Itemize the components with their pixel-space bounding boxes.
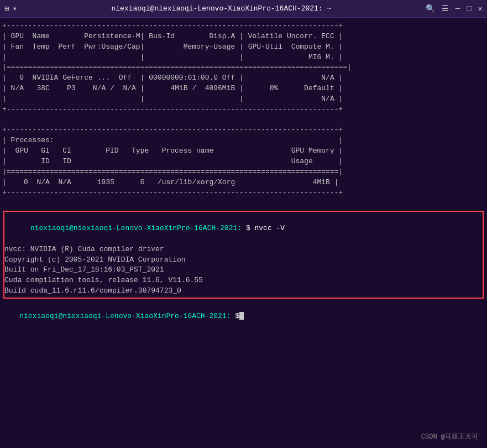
gpu-row3: | | | N/A | bbox=[2, 94, 485, 105]
maximize-button[interactable]: □ bbox=[467, 4, 471, 13]
watermark: CSDN @耳双王大可 bbox=[421, 432, 478, 441]
output-line-1: nvcc: NVIDIA (R) Cuda compiler driver bbox=[4, 244, 483, 255]
proc-separator-bot: +---------------------------------------… bbox=[2, 188, 485, 199]
titlebar: ⊞ ▾ niexiaoqi@niexiaoqi-Lenovo-XiaoXinPr… bbox=[0, 0, 487, 18]
cursor bbox=[239, 312, 244, 320]
gpu-row1: | 0 NVIDIA GeForce ... Off | 00000000:01… bbox=[2, 73, 485, 84]
bottom-prompt-user: niexiaoqi@niexiaoqi-Lenovo-XiaoXinPro-16… bbox=[19, 312, 231, 320]
proc-eq-sep: |=======================================… bbox=[2, 167, 485, 178]
output-line-5: Build cuda_11.6.r11.6/compiler.30794723_… bbox=[4, 286, 483, 296]
titlebar-title: niexiaoqi@niexiaoqi-Lenovo-XiaoXinPro-16… bbox=[17, 4, 426, 13]
search-icon[interactable]: 🔍 bbox=[426, 4, 435, 13]
bottom-prompt-suffix: $ bbox=[231, 312, 239, 320]
prompt-user: niexiaoqi@niexiaoqi-Lenovo-XiaoXinPro-16… bbox=[30, 224, 242, 232]
titlebar-left: ⊞ ▾ bbox=[4, 4, 17, 13]
gpu-separator-top: +---------------------------------------… bbox=[2, 21, 485, 32]
terminal[interactable]: +---------------------------------------… bbox=[0, 18, 487, 448]
proc-col-header1: | GPU GI CI PID Type Process name GPU Me… bbox=[2, 146, 485, 157]
proc-header: | Processes: | bbox=[2, 136, 485, 146]
dropdown-icon[interactable]: ▾ bbox=[12, 4, 17, 13]
blank2 bbox=[2, 198, 485, 209]
close-button[interactable]: ✕ bbox=[478, 4, 483, 13]
gpu-header2: | Fan Temp Perf Pwr:Usage/Cap| Memory-Us… bbox=[2, 42, 485, 53]
command-prompt-line: niexiaoqi@niexiaoqi-Lenovo-XiaoXinPro-16… bbox=[4, 213, 483, 244]
output-line-2: Copyright (c) 2005-2021 NVIDIA Corporati… bbox=[4, 255, 483, 265]
command-block: niexiaoqi@niexiaoqi-Lenovo-XiaoXinPro-16… bbox=[3, 211, 484, 299]
terminal-icon: ⊞ bbox=[4, 4, 9, 13]
proc-separator-top: +---------------------------------------… bbox=[2, 125, 485, 136]
bottom-prompt-line: niexiaoqi@niexiaoqi-Lenovo-XiaoXinPro-16… bbox=[2, 301, 485, 332]
menu-icon[interactable]: ☰ bbox=[442, 4, 449, 13]
output-line-3: Built on Fri_Dec_17_18:16:03_PST_2021 bbox=[4, 265, 483, 275]
prompt-suffix: $ nvcc -V bbox=[242, 224, 285, 232]
minimize-button[interactable]: ─ bbox=[455, 4, 460, 13]
gpu-header3: | | | MIG M. | bbox=[2, 53, 485, 63]
gpu-row2: | N/A 38C P3 N/A / N/A | 4MiB / 4096MiB … bbox=[2, 84, 485, 94]
gpu-header1: | GPU Name Persistence-M| Bus-Id Disp.A … bbox=[2, 32, 485, 42]
output-line-4: Cuda compilation tools, release 11.6, V1… bbox=[4, 275, 483, 286]
titlebar-controls: 🔍 ☰ ─ □ ✕ bbox=[426, 4, 483, 13]
proc-col-header2: | ID ID Usage | bbox=[2, 157, 485, 167]
gpu-separator-bot: +---------------------------------------… bbox=[2, 105, 485, 115]
gpu-eq-sep: |=======================================… bbox=[2, 62, 485, 73]
proc-row1: | 0 N/A N/A 1935 G /usr/lib/xorg/Xorg 4M… bbox=[2, 178, 485, 188]
blank1 bbox=[2, 115, 485, 126]
